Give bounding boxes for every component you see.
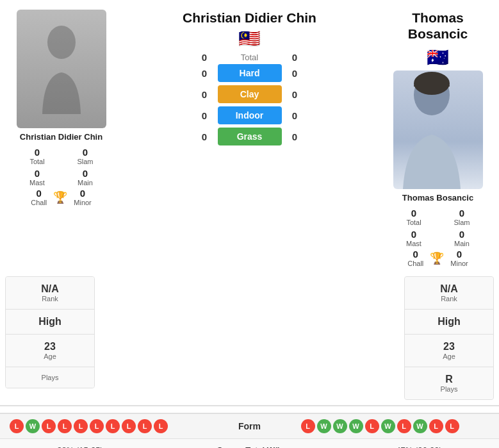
stats-row-0: 38% (15-25)Career Total W/L47% (26-29) — [0, 439, 499, 448]
clay-badge: Clay — [218, 85, 282, 103]
form-badge-p2: L — [429, 419, 443, 433]
player2-main-label: Main — [454, 240, 470, 247]
form-badge-p1: L — [58, 419, 72, 433]
indoor-left: 0 — [197, 110, 213, 121]
hard-row: 0 Hard 0 — [120, 64, 379, 82]
player2-age-val: 23 — [410, 341, 488, 353]
hard-badge: Hard — [218, 64, 282, 82]
player1-main-label: Main — [78, 179, 93, 187]
form-badge-p1: L — [106, 419, 120, 433]
indoor-row: 0 Indoor 0 — [120, 106, 379, 124]
player2-minor-label: Minor — [450, 260, 468, 267]
player1-minor-val: 0 — [80, 188, 85, 199]
total-left-score: 0 — [197, 52, 213, 63]
player2-slam-item: 0 Slam — [441, 208, 483, 226]
player1-main-val: 0 — [83, 168, 88, 179]
grass-left: 0 — [197, 131, 213, 142]
player1-flag: 🇲🇾 — [238, 28, 261, 49]
player2-minor-val: 0 — [457, 249, 462, 260]
player2-flag-row: 🇦🇺 — [427, 47, 449, 68]
player2-form-badges: LWWWLWLWLL — [301, 419, 490, 433]
player1-plays-row: Plays — [6, 367, 94, 388]
player2-zone: Thomas Bosancic 🇦🇺 — [382, 10, 494, 267]
form-badge-p2: L — [397, 419, 411, 433]
player1-high-row: High — [6, 310, 94, 335]
form-badge-p1: L — [74, 419, 88, 433]
player2-rank-row: N/A Rank — [405, 277, 493, 310]
player2-slam-label: Slam — [454, 219, 470, 226]
player1-avatar — [17, 10, 106, 128]
player1-form-badges: LWLLLLLLLL — [10, 419, 199, 433]
player2-high-val: High — [410, 316, 488, 328]
player2-total-label: Total — [406, 219, 421, 226]
clay-row: 0 Clay 0 — [120, 85, 379, 103]
player2-trophy-row: 0 Chall 🏆 0 Minor — [407, 249, 468, 267]
player2-main-val: 0 — [459, 229, 464, 240]
player2-slam-val: 0 — [459, 208, 464, 219]
form-badge-p2: L — [365, 419, 379, 433]
p1-name-span: Christian Didier Chin — [183, 10, 316, 25]
clay-left: 0 — [197, 89, 213, 100]
player1-total-label: Total — [29, 158, 44, 165]
player2-card: N/A Rank High 23 Age R Plays — [404, 276, 494, 400]
player2-flag: 🇦🇺 — [427, 47, 449, 68]
svg-point-0 — [47, 26, 76, 59]
player2-plays-label: Plays — [410, 385, 488, 393]
hard-right: 0 — [287, 68, 303, 79]
form-badge-p2: W — [381, 419, 395, 433]
player1-high-val: High — [11, 316, 89, 328]
form-badge-p1: L — [42, 419, 56, 433]
form-badge-p2: L — [301, 419, 315, 433]
player1-slam-label: Slam — [77, 158, 93, 165]
form-badge-p1: L — [122, 419, 136, 433]
stats-cell-center-0: Career Total W/L — [160, 439, 339, 448]
player1-main-item: 0 Main — [65, 168, 106, 187]
player2-high-row: High — [405, 310, 493, 335]
player1-slam-item: 0 Slam — [65, 147, 106, 165]
indoor-label: Indoor — [236, 110, 264, 120]
player2-stats: 0 Total 0 Slam 0 Mast 0 Main — [393, 208, 483, 247]
player2-chall-item: 0 Chall — [407, 249, 423, 267]
clay-label: Clay — [240, 89, 259, 99]
player1-mast-val: 0 — [35, 168, 40, 179]
stats-cell-right-0: 47% (26-29) — [339, 439, 499, 448]
hard-label: Hard — [240, 68, 260, 78]
center-zone: Christian Didier Chin 🇲🇾 0 Total 0 0 Har… — [117, 10, 382, 267]
player2-plays-row: R Plays — [405, 367, 493, 399]
player2-total-item: 0 Total — [393, 208, 435, 226]
form-badge-p1: L — [10, 419, 24, 433]
indoor-right: 0 — [287, 110, 303, 121]
player1-age-val: 23 — [11, 341, 89, 353]
player1-total-val: 0 — [35, 147, 40, 158]
player1-card-zone: N/A Rank High 23 Age Plays — [5, 272, 117, 388]
player1-trophy-row: 0 Chall 🏆 0 Minor — [31, 188, 92, 206]
form-badge-p1: W — [26, 419, 40, 433]
form-badge-p1: L — [90, 419, 104, 433]
form-badge-p1: L — [138, 419, 152, 433]
grass-right: 0 — [287, 131, 303, 142]
player2-minor-item: 0 Minor — [450, 249, 468, 267]
player1-name: Christian Didier Chin — [20, 132, 102, 142]
player2-name-header: Thomas Bosancic — [382, 10, 494, 42]
player2-trophy-icon: 🏆 — [430, 251, 444, 265]
player2-rank-val: N/A — [410, 283, 488, 295]
player1-rank-row: N/A Rank — [6, 277, 94, 310]
player2-chall-label: Chall — [407, 260, 423, 267]
player2-rank-label: Rank — [410, 295, 488, 303]
stats-table: 38% (15-25)Career Total W/L47% (26-29)0%… — [0, 439, 499, 448]
indoor-badge: Indoor — [218, 106, 282, 124]
player1-zone: Christian Didier Chin 0 Total 0 Slam 0 M… — [5, 10, 117, 267]
player2-age-label: Age — [410, 353, 488, 360]
player2-mast-label: Mast — [406, 240, 421, 247]
form-badge-p1: L — [154, 419, 168, 433]
stats-cell-left-0: 38% (15-25) — [0, 439, 160, 448]
player1-chall-label: Chall — [31, 199, 47, 206]
player1-plays-label: Plays — [11, 374, 89, 381]
total-right-score: 0 — [287, 52, 303, 63]
player2-name-below: Thomas Bosancic — [402, 193, 473, 203]
form-title: Form — [205, 421, 295, 431]
main-container: Christian Didier Chin 0 Total 0 Slam 0 M… — [0, 0, 499, 448]
total-label: Total — [218, 53, 282, 62]
player1-rank-label: Rank — [11, 295, 89, 303]
form-badge-p2: W — [333, 419, 347, 433]
